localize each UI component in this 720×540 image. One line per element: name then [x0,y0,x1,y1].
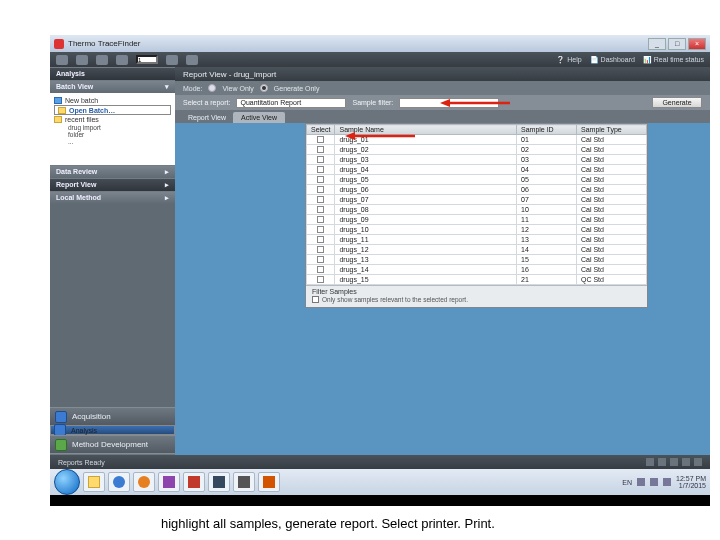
minimize-button[interactable]: _ [648,38,666,50]
nav-acquisition[interactable]: Acquisition [50,407,175,425]
row-checkbox[interactable] [317,136,324,143]
report-view-section[interactable]: Report View▸ [50,178,175,191]
file-icon [54,97,62,104]
generate-button[interactable]: Generate [652,97,702,108]
cell-id: 13 [517,235,577,245]
taskbar-app[interactable] [158,472,180,492]
content-area: Report View - drug_import Mode: View Onl… [175,67,710,481]
toolbar-button[interactable] [186,55,198,65]
cell-id: 03 [517,155,577,165]
table-row[interactable]: drugs_0505Cal Std [307,175,647,185]
nav-forward-icon[interactable] [96,55,108,65]
row-checkbox[interactable] [317,196,324,203]
col-sample-id[interactable]: Sample ID [517,125,577,135]
system-tray[interactable]: EN 12:57 PM 1/7/2015 [622,475,706,489]
row-checkbox[interactable] [317,146,324,153]
recent-file[interactable]: folder [54,131,171,138]
dashboard-link[interactable]: 📄 Dashboard [590,56,635,64]
col-sample-type[interactable]: Sample Type [577,125,647,135]
table-row[interactable]: drugs_0707Cal Std [307,195,647,205]
row-checkbox[interactable] [317,256,324,263]
data-review-section[interactable]: Data Review▸ [50,165,175,178]
mode-row: Mode: View Only Generate Only [175,81,710,95]
tray-date: 1/7/2015 [676,482,706,489]
taskbar-explorer[interactable] [83,472,105,492]
save-icon[interactable] [116,55,128,65]
mode-view-radio[interactable] [208,84,216,92]
open-batch-item[interactable]: Open Batch… [54,105,171,115]
row-checkbox[interactable] [317,236,324,243]
row-checkbox[interactable] [317,216,324,223]
cell-id: 12 [517,225,577,235]
annotation-arrow [440,94,510,112]
table-row[interactable]: drugs_0606Cal Std [307,185,647,195]
cell-id: 02 [517,145,577,155]
table-row[interactable]: drugs_0303Cal Std [307,155,647,165]
svg-marker-2 [345,132,355,140]
close-button[interactable]: × [688,38,706,50]
toolbar-button[interactable] [166,55,178,65]
taskbar-ie[interactable] [108,472,130,492]
nav-analysis[interactable]: Analysis [50,425,175,435]
cell-type: Cal Std [577,235,647,245]
taskbar-app3[interactable] [233,472,255,492]
taskbar-app2[interactable] [208,472,230,492]
table-row[interactable]: drugs_1315Cal Std [307,255,647,265]
analysis-header: Analysis [50,67,175,80]
row-checkbox[interactable] [317,266,324,273]
cell-name: drugs_15 [335,275,517,285]
tray-icon [663,478,671,486]
row-checkbox[interactable] [317,226,324,233]
recent-more[interactable]: ... [54,138,171,145]
table-row[interactable]: drugs_0404Cal Std [307,165,647,175]
local-method-section[interactable]: Local Method▸ [50,191,175,204]
recent-file[interactable]: drug import [54,124,171,131]
tab-active-view[interactable]: Active View [233,112,285,123]
mode-generate-radio[interactable] [260,84,268,92]
row-checkbox[interactable] [317,206,324,213]
table-row[interactable]: drugs_0810Cal Std [307,205,647,215]
taskbar-powerpoint[interactable] [258,472,280,492]
cell-id: 21 [517,275,577,285]
recent-files-item[interactable]: recent files [54,115,171,124]
row-checkbox[interactable] [317,276,324,283]
table-row[interactable]: drugs_0202Cal Std [307,145,647,155]
maximize-button[interactable]: □ [668,38,686,50]
cell-id: 10 [517,205,577,215]
sample-table[interactable]: Select Sample Name Sample ID Sample Type… [306,124,647,285]
row-checkbox[interactable] [317,246,324,253]
help-link[interactable]: ❔ Help [556,56,581,64]
table-row[interactable]: drugs_1113Cal Std [307,235,647,245]
start-button[interactable] [54,469,80,495]
cell-name: drugs_12 [335,245,517,255]
batchview-header[interactable]: Batch View▾ [50,80,175,93]
taskbar-thermo[interactable] [183,472,205,492]
realtime-link[interactable]: 📊 Real time status [643,56,704,64]
row-checkbox[interactable] [317,186,324,193]
row-checkbox[interactable] [317,166,324,173]
filter-checkbox[interactable] [312,296,319,303]
table-row[interactable]: drugs_1416Cal Std [307,265,647,275]
thermo-icon [188,476,200,488]
status-icon [646,458,654,466]
app-icon [238,476,250,488]
nav-method-dev[interactable]: Method Development [50,435,175,453]
toolbar-button[interactable] [56,55,68,65]
row-checkbox[interactable] [317,156,324,163]
nav-back-icon[interactable] [76,55,88,65]
cell-type: Cal Std [577,205,647,215]
annotation-arrow [345,127,415,145]
table-row[interactable]: drugs_1214Cal Std [307,245,647,255]
svg-marker-0 [440,99,450,107]
table-row[interactable]: drugs_0911Cal Std [307,215,647,225]
taskbar-firefox[interactable] [133,472,155,492]
table-row[interactable]: drugs_1521QC Std [307,275,647,285]
table-row[interactable]: drugs_1012Cal Std [307,225,647,235]
col-select[interactable]: Select [307,125,335,135]
page-field[interactable] [136,55,158,64]
report-select[interactable]: Quantitation Report [236,98,346,108]
row-checkbox[interactable] [317,176,324,183]
cell-id: 06 [517,185,577,195]
new-batch-item[interactable]: New batch [54,96,171,105]
slide-caption: highlight all samples, generate report. … [161,516,495,532]
